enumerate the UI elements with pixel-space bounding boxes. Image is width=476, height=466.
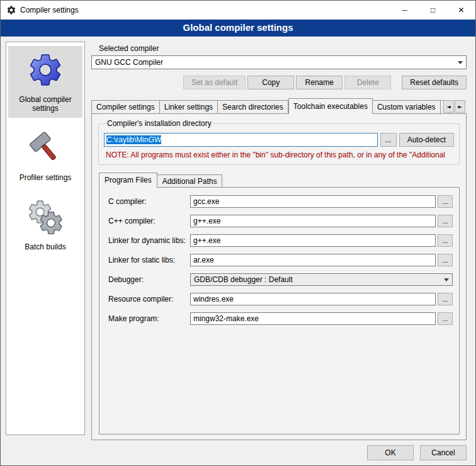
installation-directory-group-title: Compiler's installation directory bbox=[105, 119, 213, 128]
static-linker-label: Linker for static libs: bbox=[108, 256, 190, 264]
executables-subtabbar: Program Files Additional Paths bbox=[99, 173, 466, 187]
debugger-label: Debugger: bbox=[108, 275, 190, 284]
window-controls: ─ □ ✕ bbox=[390, 1, 475, 20]
main-panel: Selected compiler GNU GCC Compiler Set a… bbox=[91, 42, 470, 460]
reset-defaults-button[interactable]: Reset defaults bbox=[402, 76, 467, 89]
sidebar-item-label: Global compiler settings bbox=[9, 95, 81, 113]
sidebar-item-batch-builds[interactable]: Batch builds bbox=[8, 193, 82, 256]
form-row: C compiler: ... bbox=[108, 195, 453, 208]
subtab-additional-paths[interactable]: Additional Paths bbox=[157, 174, 223, 187]
dialog-content: Global compiler settings Profiler settin… bbox=[1, 37, 475, 465]
installation-directory-row: C:\raylib\MinGW ... Auto-detect bbox=[104, 133, 454, 147]
auto-detect-button[interactable]: Auto-detect bbox=[399, 133, 454, 147]
c-compiler-label: C compiler: bbox=[108, 197, 190, 206]
selected-compiler-value: GNU GCC Compiler bbox=[95, 58, 163, 67]
cpp-compiler-label: C++ compiler: bbox=[108, 217, 190, 225]
make-program-browse-button[interactable]: ... bbox=[438, 312, 453, 325]
debugger-value: GDB/CDB debugger : Default bbox=[194, 275, 293, 284]
delete-button: Delete bbox=[344, 76, 391, 89]
close-button[interactable]: ✕ bbox=[447, 1, 475, 20]
form-row: C++ compiler: ... bbox=[108, 215, 453, 227]
compiler-settings-window: Compiler settings ─ □ ✕ Global compiler … bbox=[0, 0, 476, 466]
make-program-label: Make program: bbox=[108, 314, 190, 323]
sidebar-item-label: Profiler settings bbox=[20, 173, 72, 182]
gear-icon bbox=[25, 50, 65, 90]
chevron-down-icon bbox=[441, 274, 452, 285]
form-row: Debugger: GDB/CDB debugger : Default bbox=[108, 273, 453, 286]
ok-button[interactable]: OK bbox=[367, 445, 414, 460]
sidebar-item-profiler-settings[interactable]: Profiler settings bbox=[8, 124, 82, 187]
toolchain-executables-panel: Compiler's installation directory C:\ray… bbox=[91, 113, 467, 440]
dynamic-linker-browse-button[interactable]: ... bbox=[438, 234, 453, 247]
app-icon bbox=[6, 5, 16, 15]
tab-toolchain-executables[interactable]: Toolchain executables bbox=[288, 98, 373, 114]
resource-compiler-browse-button[interactable]: ... bbox=[438, 293, 453, 305]
dynamic-linker-label: Linker for dynamic libs: bbox=[108, 236, 190, 245]
tab-custom-variables[interactable]: Custom variables bbox=[373, 100, 441, 113]
gears-icon bbox=[25, 197, 65, 237]
program-files-panel: C compiler: ... C++ compiler: ... Linker… bbox=[99, 187, 460, 435]
sidebar: Global compiler settings Profiler settin… bbox=[6, 42, 85, 435]
form-row: Make program: ... bbox=[108, 312, 453, 325]
resource-compiler-input[interactable] bbox=[190, 293, 436, 305]
sidebar-item-label: Batch builds bbox=[25, 242, 65, 251]
chevron-down-icon bbox=[455, 56, 466, 69]
titlebar: Compiler settings ─ □ ✕ bbox=[1, 1, 475, 20]
tab-scroll-controls: ◄ ► bbox=[443, 100, 465, 113]
installation-directory-input[interactable]: C:\raylib\MinGW bbox=[104, 133, 378, 147]
hammer-icon bbox=[25, 128, 65, 168]
debugger-dropdown[interactable]: GDB/CDB debugger : Default bbox=[190, 273, 453, 286]
tab-compiler-settings[interactable]: Compiler settings bbox=[91, 100, 160, 113]
set-as-default-button: Set as default bbox=[183, 76, 246, 89]
installation-directory-value: C:\raylib\MinGW bbox=[106, 135, 161, 144]
selected-compiler-label: Selected compiler bbox=[99, 44, 467, 53]
cancel-button[interactable]: Cancel bbox=[420, 445, 467, 460]
resource-compiler-label: Resource compiler: bbox=[108, 295, 190, 304]
static-linker-browse-button[interactable]: ... bbox=[438, 254, 453, 266]
tab-scroll-right-button[interactable]: ► bbox=[455, 100, 465, 113]
make-program-input[interactable] bbox=[190, 312, 436, 325]
copy-button[interactable]: Copy bbox=[247, 76, 294, 89]
window-title: Compiler settings bbox=[20, 6, 79, 14]
tab-scroll-left-button[interactable]: ◄ bbox=[443, 100, 454, 113]
dynamic-linker-input[interactable] bbox=[190, 234, 436, 247]
subtab-program-files[interactable]: Program Files bbox=[99, 173, 157, 188]
dialog-footer: OK Cancel bbox=[91, 445, 467, 460]
cpp-compiler-input[interactable] bbox=[190, 215, 436, 227]
form-row: Linker for dynamic libs: ... bbox=[108, 234, 453, 247]
installation-directory-browse-button[interactable]: ... bbox=[380, 133, 397, 147]
dialog-header: Global compiler settings bbox=[1, 20, 475, 37]
c-compiler-input[interactable] bbox=[190, 195, 436, 208]
installation-directory-group: Compiler's installation directory C:\ray… bbox=[98, 119, 460, 165]
tab-search-directories[interactable]: Search directories bbox=[218, 100, 288, 113]
maximize-button[interactable]: □ bbox=[419, 1, 447, 20]
minimize-button[interactable]: ─ bbox=[390, 1, 419, 20]
form-row: Resource compiler: ... bbox=[108, 293, 453, 305]
c-compiler-browse-button[interactable]: ... bbox=[438, 195, 453, 208]
settings-tabbar: Compiler settings Linker settings Search… bbox=[91, 98, 467, 113]
compiler-actions: Set as default Copy Rename Delete Reset … bbox=[91, 76, 467, 89]
installation-note: NOTE: All programs must exist either in … bbox=[106, 151, 453, 159]
cpp-compiler-browse-button[interactable]: ... bbox=[438, 215, 453, 227]
rename-button[interactable]: Rename bbox=[296, 76, 343, 89]
static-linker-input[interactable] bbox=[190, 254, 436, 266]
selected-compiler-dropdown[interactable]: GNU GCC Compiler bbox=[91, 55, 467, 69]
form-row: Linker for static libs: ... bbox=[108, 254, 453, 266]
tab-linker-settings[interactable]: Linker settings bbox=[160, 100, 218, 113]
sidebar-item-global-compiler-settings[interactable]: Global compiler settings bbox=[8, 46, 82, 118]
